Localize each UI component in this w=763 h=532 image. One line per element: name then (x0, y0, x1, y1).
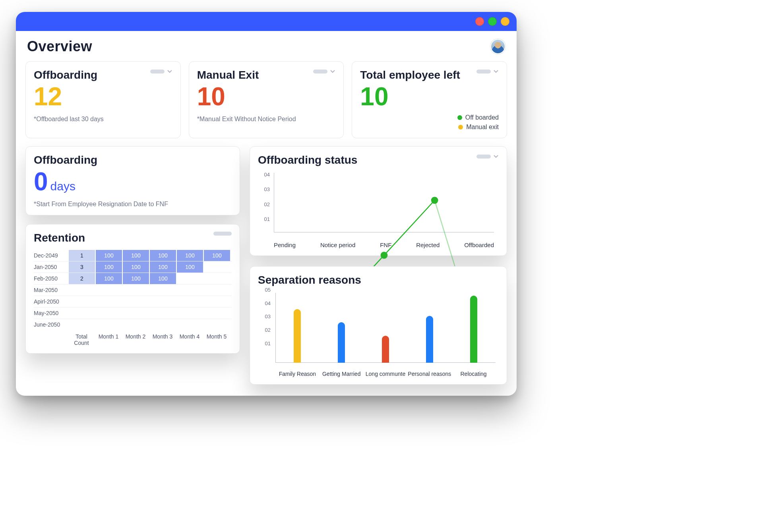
table-cell (149, 308, 176, 319)
column-header: Month 3 (149, 333, 176, 346)
card-filter-handle[interactable] (213, 232, 232, 236)
table-cell: 100 (122, 261, 149, 273)
table-cell (95, 308, 122, 319)
table-cell (203, 308, 230, 319)
card-offboarding-count: Offboarding 12 *Offboarded last 30 days (25, 61, 181, 138)
dashboard-content: Offboarding 12 *Offboarded last 30 days … (16, 57, 517, 396)
x-tick: FNF (380, 242, 391, 248)
y-tick: 02 (265, 327, 271, 333)
x-tick: Relocating (451, 371, 496, 377)
window-min-dot[interactable] (488, 17, 497, 26)
card-filter-dropdown[interactable] (150, 69, 172, 74)
legend-item: Manual exit (458, 124, 499, 131)
window-close-dot[interactable] (475, 17, 484, 26)
bar (382, 336, 389, 363)
row-label: Feb-2050 (34, 273, 68, 284)
column-header: Month 2 (122, 333, 149, 346)
legend-dot-icon (457, 115, 462, 120)
card-filter-dropdown[interactable] (476, 154, 499, 159)
table-row: Feb-20502100100100 (34, 273, 232, 284)
x-tick: Notice period (320, 242, 355, 248)
x-tick: Getting Married (320, 371, 364, 377)
legend-label: Off boarded (465, 114, 499, 121)
avatar[interactable] (490, 39, 505, 54)
bar (338, 322, 345, 363)
chevron-down-icon (493, 69, 499, 74)
table-cell (176, 319, 203, 330)
card-filter-dropdown[interactable] (476, 69, 499, 74)
retention-column-headers: Total CountMonth 1Month 2Month 3Month 4M… (34, 330, 232, 346)
table-cell: 100 (176, 250, 203, 261)
card-filter-dropdown[interactable] (313, 69, 335, 74)
table-cell (122, 284, 149, 296)
bar (294, 309, 301, 363)
legend-dot-icon (458, 125, 463, 130)
chevron-down-icon (330, 69, 335, 74)
column-header: Month 5 (203, 333, 230, 346)
chevron-down-icon (493, 154, 499, 159)
table-row: Mar-2050 (34, 284, 232, 296)
table-cell (203, 319, 230, 330)
window-max-dot[interactable] (501, 17, 509, 26)
table-cell (95, 284, 122, 296)
table-cell (122, 319, 149, 330)
table-cell (176, 273, 203, 284)
table-cell (68, 296, 95, 307)
table-cell (149, 284, 176, 296)
page-header: Overview (16, 31, 517, 57)
stat-caption: *Manual Exit Without Notice Period (197, 116, 336, 123)
y-tick: 03 (264, 186, 270, 192)
stat-caption: *Start From Employee Resignation Date to… (34, 201, 232, 208)
card-separation-reasons: Separation reasons 0102030405 Family Rea… (250, 266, 507, 385)
x-tick: Pending (274, 242, 296, 248)
column-header: Month 4 (176, 333, 203, 346)
table-row: Dec-20491100100100100100 (34, 250, 232, 261)
table-cell: 100 (95, 261, 122, 273)
row-label: Apirl-2050 (34, 296, 68, 307)
card-title: Manual Exit (197, 69, 259, 81)
table-cell (203, 284, 230, 296)
table-cell: 100 (203, 250, 230, 261)
table-cell: 100 (122, 250, 149, 261)
table-cell (68, 284, 95, 296)
card-title: Offboarding (34, 69, 97, 81)
bar-chart: 0102030405 Family ReasonGetting MarriedL… (258, 290, 499, 377)
table-cell: 1 (68, 250, 95, 261)
table-row: Jan-20503100100100100 (34, 261, 232, 273)
row-label: May-2050 (34, 308, 68, 319)
legend-item: Off boarded (457, 114, 499, 121)
x-tick: Long communte (364, 371, 408, 377)
x-tick: Rejected (416, 242, 440, 248)
table-cell (149, 319, 176, 330)
card-title: Offboarding status (258, 154, 357, 166)
stat-value: 0 (34, 169, 48, 194)
table-cell (68, 308, 95, 319)
y-tick: 03 (265, 313, 271, 319)
x-tick: Offboarded (464, 242, 494, 248)
table-row: Apirl-2050 (34, 296, 232, 307)
legend: Off boarded Manual exit (360, 114, 499, 131)
bar (470, 296, 477, 363)
legend-label: Manual exit (466, 124, 499, 131)
card-manual-exit: Manual Exit 10 *Manual Exit Without Noti… (189, 61, 344, 138)
table-cell: 2 (68, 273, 95, 284)
y-tick: 01 (264, 216, 270, 222)
y-tick: 04 (264, 171, 270, 177)
row-label: Jan-2050 (34, 261, 68, 273)
table-cell (95, 319, 122, 330)
retention-table: Dec-20491100100100100100Jan-205031001001… (34, 250, 232, 330)
table-row: June-2050 (34, 319, 232, 330)
stat-value: 12 (34, 84, 172, 109)
y-tick: 05 (265, 286, 271, 292)
stat-value: 10 (360, 84, 499, 109)
table-cell: 3 (68, 261, 95, 273)
y-tick: 02 (264, 201, 270, 207)
svg-point-6 (381, 252, 388, 259)
table-cell (203, 273, 230, 284)
stat-value: 10 (197, 84, 336, 109)
card-retention: Retention Dec-20491100100100100100Jan-20… (25, 224, 240, 354)
row-label: Mar-2050 (34, 284, 68, 296)
table-cell: 100 (149, 273, 176, 284)
table-cell (95, 296, 122, 307)
table-cell: 100 (95, 250, 122, 261)
